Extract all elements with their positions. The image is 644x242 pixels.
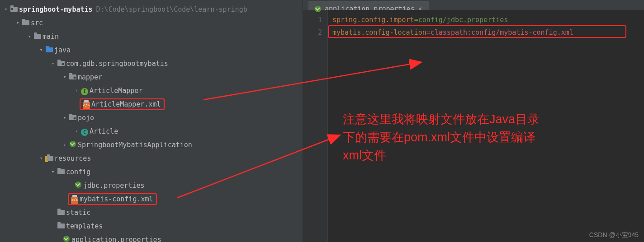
tree-resources[interactable]: ▾ resources <box>0 152 303 165</box>
tree-java[interactable]: ▾ java <box>0 43 303 57</box>
svg-rect-2 <box>11 8 13 10</box>
tree-root[interactable]: ▾ springboot-mybatis D:\Code\springboot\… <box>0 3 303 16</box>
code-line[interactable]: spring.config.import=config/jdbc.propert… <box>332 14 573 26</box>
project-tree[interactable]: ▾ springboot-mybatis D:\Code\springboot\… <box>0 0 303 242</box>
svg-rect-4 <box>22 19 25 21</box>
spring-icon <box>63 236 70 242</box>
svg-point-11 <box>62 63 64 65</box>
svg-rect-19 <box>47 154 50 156</box>
annotation-text: 注意这里我将映射文件放在Java目录 下的需要在pom.xml文件中设置编译 x… <box>343 110 628 164</box>
svg-point-17 <box>74 117 76 120</box>
svg-rect-21 <box>57 168 61 170</box>
tree-article-mapper[interactable]: › I ArticleMapper <box>0 84 303 98</box>
xml-icon: </> <box>83 102 90 109</box>
tree-mapper[interactable]: ▾ mapper <box>0 70 303 84</box>
tree-package[interactable]: ▾ com.gdb.springbootmybatis <box>0 57 303 70</box>
svg-rect-18 <box>47 156 53 161</box>
tree-mybatis-xml[interactable]: </> mybatis-config.xml <box>0 192 303 206</box>
interface-icon: I <box>81 88 88 95</box>
svg-rect-13 <box>69 73 72 75</box>
svg-rect-25 <box>57 222 61 224</box>
tree-app-class[interactable]: › SpringbootMybatisApplication <box>0 138 303 152</box>
highlight-code-line <box>328 25 626 38</box>
svg-rect-8 <box>46 46 49 48</box>
editor-gutter: 1 2 <box>303 10 328 242</box>
editor-tabbar[interactable]: application.properties × <box>303 0 644 10</box>
svg-rect-3 <box>22 20 29 25</box>
tree-pojo[interactable]: ▾ pojo <box>0 111 303 125</box>
svg-rect-16 <box>69 114 72 116</box>
svg-rect-23 <box>57 209 61 210</box>
svg-rect-24 <box>57 223 65 228</box>
spring-icon <box>70 141 76 147</box>
tree-app-props[interactable]: application.properties <box>0 233 303 242</box>
tree-article[interactable]: › C Article <box>0 125 303 138</box>
svg-rect-1 <box>10 5 14 7</box>
xml-icon: </> <box>71 197 78 204</box>
tree-jdbc[interactable]: jdbc.properties <box>0 179 303 192</box>
class-icon: C <box>81 129 88 136</box>
tree-src[interactable]: ▾ src <box>0 16 303 30</box>
svg-rect-5 <box>34 34 41 39</box>
project-name: springboot-mybatis <box>19 3 93 16</box>
tree-static[interactable]: static <box>0 206 303 219</box>
tree-templates[interactable]: templates <box>0 219 303 233</box>
svg-rect-22 <box>57 210 65 215</box>
watermark: CSDN @小宝945 <box>589 231 639 239</box>
svg-rect-20 <box>57 169 65 174</box>
tree-article-mapper-xml[interactable]: </> ArticleMapper.xml <box>0 98 303 111</box>
svg-rect-7 <box>46 47 53 52</box>
spring-icon <box>75 182 81 188</box>
svg-rect-6 <box>34 33 37 34</box>
tree-main[interactable]: ▾ main <box>0 30 303 43</box>
highlight-mapper-xml: </> ArticleMapper.xml <box>80 98 165 110</box>
project-path: D:\Code\springboot\Code\learn-springb <box>96 3 247 16</box>
svg-rect-10 <box>57 60 61 61</box>
tree-config[interactable]: ▾ config <box>0 165 303 179</box>
svg-point-14 <box>74 77 76 79</box>
highlight-mybatis-xml: </> mybatis-config.xml <box>68 193 157 205</box>
spring-icon <box>315 6 321 12</box>
